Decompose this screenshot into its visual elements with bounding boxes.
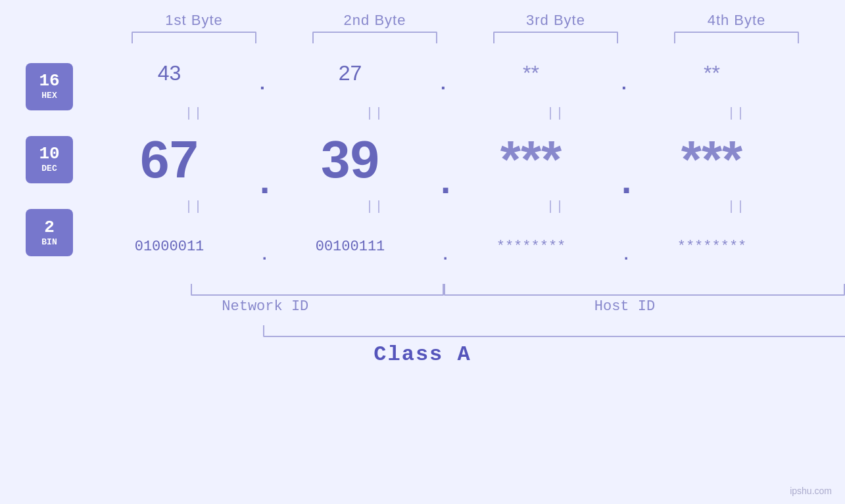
byte4-header: 4th Byte	[646, 12, 827, 29]
hex-b2-cell: 27	[272, 61, 429, 85]
network-id-label: Network ID	[126, 298, 404, 315]
dec-row: 67 . 39 . *** .	[85, 124, 845, 196]
eq1-b4: ||	[646, 106, 827, 121]
equals-row-2: || || || ||	[85, 196, 845, 217]
hex-row: 43 . 27 . ** .	[85, 43, 845, 103]
hex-b2-value: 27	[339, 61, 362, 85]
bottom-brackets	[85, 276, 845, 296]
bin-badge-label: BIN	[41, 237, 57, 247]
eq1-b3: ||	[466, 106, 646, 121]
dec-b4-value: ***	[681, 130, 742, 189]
hex-b3-cell: **	[452, 61, 610, 85]
dec-b1-value: 67	[140, 130, 199, 189]
hex-badge-label: HEX	[41, 91, 57, 101]
dec-b3-cell: ***	[452, 129, 610, 190]
eq1-b2: ||	[285, 106, 466, 121]
host-bracket	[444, 284, 845, 296]
byte1-header: 1st Byte	[104, 12, 285, 29]
dec-badge: 10 DEC	[26, 136, 73, 183]
dec-b1-cell: 67	[91, 129, 249, 190]
badges-column: 16 HEX 10 DEC 2 BIN	[0, 43, 85, 276]
main-container: 1st Byte 2nd Byte 3rd Byte 4th Byte 16 H…	[0, 0, 845, 504]
dec-b2-cell: 39	[272, 129, 429, 190]
bin-b2-cell: 00100111	[272, 239, 429, 255]
bin-b2-value: 00100111	[316, 239, 385, 255]
content-area: 16 HEX 10 DEC 2 BIN 43 .	[0, 43, 845, 276]
byte2-header: 2nd Byte	[285, 12, 466, 29]
byte3-header: 3rd Byte	[466, 12, 646, 29]
watermark: ipshu.com	[790, 486, 832, 496]
bin-b3-value: ********	[496, 239, 566, 255]
dec-b3-value: ***	[500, 130, 562, 189]
bracket-2	[285, 32, 466, 43]
hex-b1-value: 43	[158, 61, 181, 85]
bracket-1	[104, 32, 285, 43]
bin-b4-value: ********	[677, 239, 747, 255]
hex-b3-value: **	[523, 61, 539, 85]
hex-b4-cell: **	[633, 61, 791, 85]
bracket-4	[646, 32, 827, 43]
eq2-b1: ||	[104, 199, 285, 214]
eq2-b4: ||	[646, 199, 827, 214]
ip-rows-column: 43 . 27 . ** .	[85, 43, 845, 276]
bin-b1-cell: 01000011	[91, 239, 249, 255]
host-id-label: Host ID	[404, 298, 845, 315]
eq1-b1: ||	[104, 106, 285, 121]
bin-row: 01000011 . 00100111 . ********	[85, 217, 845, 276]
top-brackets	[104, 32, 827, 43]
eq2-b2: ||	[285, 199, 466, 214]
bin-badge: 2 BIN	[26, 209, 73, 256]
dec-row-inner: 67 . 39 . *** .	[91, 129, 840, 190]
hex-badge-num: 16	[39, 72, 59, 89]
eq2-b3: ||	[466, 199, 646, 214]
dec-badge-label: DEC	[41, 164, 57, 173]
hex-b4-value: **	[704, 61, 720, 85]
bracket-3	[466, 32, 646, 43]
bottom-section: Network ID Host ID Class A	[0, 276, 845, 367]
hex-row-inner: 43 . 27 . ** .	[91, 61, 840, 85]
bin-b1-value: 01000011	[135, 239, 205, 255]
dec-b4-cell: ***	[633, 129, 791, 190]
class-bracket	[263, 325, 845, 337]
equals-row-1: || || || ||	[85, 103, 845, 124]
bin-b3-cell: ********	[452, 239, 610, 255]
dec-badge-num: 10	[39, 145, 59, 162]
byte-headers: 1st Byte 2nd Byte 3rd Byte 4th Byte	[43, 0, 845, 29]
dec-b2-value: 39	[321, 130, 379, 189]
bin-b4-cell: ********	[633, 239, 791, 255]
class-label: Class A	[0, 342, 845, 367]
bin-row-inner: 01000011 . 00100111 . ********	[91, 239, 840, 255]
hex-badge: 16 HEX	[26, 63, 73, 110]
id-labels-row: Network ID Host ID	[85, 298, 845, 315]
bin-badge-num: 2	[44, 219, 55, 236]
network-bracket	[191, 284, 444, 296]
hex-b1-cell: 43	[91, 61, 249, 85]
